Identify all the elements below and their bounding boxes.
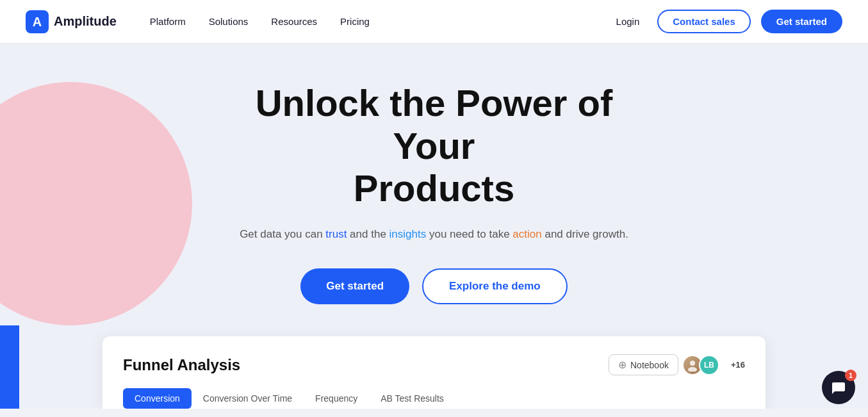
funnel-header: Funnel Analysis ⊕ Notebook — [123, 354, 745, 375]
funnel-header-right: ⊕ Notebook LB — [609, 354, 745, 375]
nav-item-resources[interactable]: Resources — [261, 11, 327, 32]
hero-blue-bar — [0, 325, 19, 409]
navbar-actions: Login Contact sales Get started — [609, 10, 842, 33]
hero-buttons: Get started Explore the demo — [26, 268, 842, 304]
notebook-plus-icon: ⊕ — [618, 359, 626, 371]
avatar-count: +16 — [731, 360, 745, 370]
avatars-group: LB — [686, 355, 719, 375]
get-started-button[interactable]: Get started — [300, 268, 409, 304]
amplitude-logo-icon: A — [26, 10, 49, 33]
nav-item-pricing[interactable]: Pricing — [330, 11, 380, 32]
contact-sales-button[interactable]: Contact sales — [657, 10, 751, 33]
tab-frequency[interactable]: Frequency — [304, 388, 369, 409]
tab-ab-test-results[interactable]: AB Test Results — [369, 388, 455, 409]
tab-conversion-over-time[interactable]: Conversion Over Time — [192, 388, 304, 409]
chat-widget[interactable]: 1 — [822, 371, 855, 404]
nav-links: Platform Solutions Resources Pricing — [140, 11, 609, 32]
navbar: A Amplitude Platform Solutions Resources… — [0, 0, 868, 44]
tab-conversion[interactable]: Conversion — [123, 388, 192, 409]
hero-section: Unlock the Power of Your Products Get da… — [0, 44, 868, 409]
hero-subtitle: Get data you can trust and the insights … — [26, 225, 842, 243]
funnel-card: Funnel Analysis ⊕ Notebook — [102, 336, 766, 409]
svg-text:A: A — [33, 15, 42, 29]
hero-title: Unlock the Power of Your Products — [210, 82, 659, 210]
get-started-nav-button[interactable]: Get started — [761, 10, 842, 33]
logo-text: Amplitude — [54, 14, 117, 29]
svg-point-2 — [690, 361, 695, 366]
funnel-title: Funnel Analysis — [123, 356, 240, 374]
hero-content: Unlock the Power of Your Products Get da… — [26, 82, 842, 409]
explore-demo-button[interactable]: Explore the demo — [422, 268, 568, 304]
logo-link[interactable]: A Amplitude — [26, 10, 117, 33]
nav-item-solutions[interactable]: Solutions — [199, 11, 259, 32]
avatar-lb: LB — [699, 355, 719, 375]
funnel-tabs: Conversion Conversion Over Time Frequenc… — [123, 388, 745, 409]
login-button[interactable]: Login — [609, 11, 648, 32]
svg-point-3 — [688, 367, 697, 372]
chat-icon — [831, 380, 846, 395]
chat-badge: 1 — [845, 370, 856, 381]
notebook-button[interactable]: ⊕ Notebook — [609, 354, 678, 375]
nav-item-platform[interactable]: Platform — [140, 11, 196, 32]
